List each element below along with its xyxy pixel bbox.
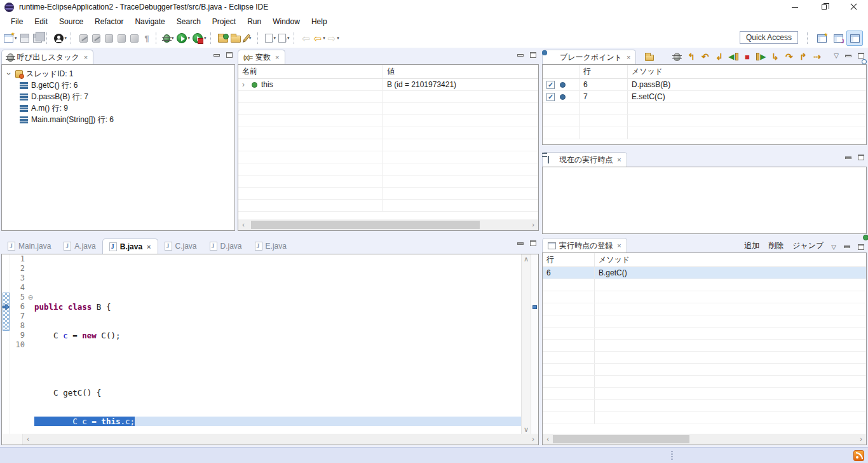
editor-vscrollbar[interactable]: ∧ ∨ [521,254,531,434]
folding-column[interactable]: ⊖ [27,254,34,434]
jump-button[interactable]: ジャンプ [792,240,824,251]
delete-button[interactable]: 削除 [768,240,783,251]
maximize-view-button[interactable] [530,52,536,58]
mark-occurrences-button[interactable] [102,31,115,46]
minimize-view-button[interactable] [214,54,220,57]
editor-tab-a-java[interactable]: A.java [57,238,102,254]
editor-tab-main-java[interactable]: Main.java [1,238,57,254]
stack-frame-item[interactable]: D.passB(B) 行: 7 [4,91,232,102]
close-icon[interactable]: × [617,242,621,249]
call-stack-tab[interactable]: 呼び出しスタック × [1,50,93,64]
minimize-view-button[interactable] [844,245,850,248]
run-to-line-button[interactable]: ⇢ [810,50,824,63]
overview-ruler[interactable] [531,254,538,434]
save-all-button[interactable] [31,31,44,46]
reverse-resume-button[interactable]: ◀ [726,50,740,63]
rss-feed-icon[interactable] [853,450,864,461]
status-grip-icon[interactable] [671,450,673,460]
breakpoint-checkbox[interactable]: ✓ [546,93,555,101]
restore-window-button[interactable] [810,0,839,14]
account-button[interactable]: ▾ [53,31,69,46]
step-over-button[interactable]: ↷ [782,50,796,63]
open-folder-button[interactable] [229,31,242,46]
quick-access-box[interactable]: Quick Access [740,31,798,44]
run-external-tools-button[interactable]: ▾ [191,31,208,46]
scroll-down-icon[interactable]: ∨ [521,425,531,434]
variable-row-this[interactable]: › this B (id = 2101973421) [238,79,538,91]
close-icon[interactable]: × [275,53,279,61]
editor-hscrollbar[interactable]: ‹ › [2,434,538,445]
new-wizard-button[interactable]: ▾ [3,31,18,46]
scroll-left-icon[interactable]: ‹ [23,434,33,445]
close-icon[interactable]: × [84,53,88,61]
java-perspective-button[interactable] [830,31,846,46]
run-button[interactable]: ▾ [175,31,192,46]
maximize-view-button[interactable] [858,155,864,160]
scroll-right-icon[interactable]: › [528,219,538,230]
back-button[interactable]: ⇦▾ [313,31,327,46]
scroll-left-icon[interactable]: ‹ [543,434,553,445]
close-icon[interactable]: × [147,243,151,251]
menu-window[interactable]: Window [267,15,306,28]
line-number-gutter[interactable]: 1 2 3 4 5 6 7 8 9 10 [10,254,27,434]
minimize-view-button[interactable] [517,54,524,57]
code-editor[interactable]: public class B { C c = new C(); C getC()… [34,254,521,434]
open-perspective-button[interactable] [813,31,830,46]
editor-tab-d-java[interactable]: D.java [203,238,248,254]
terminate-button[interactable]: ■ [740,50,754,63]
brush-button[interactable] [90,31,102,46]
view-menu-icon[interactable]: ▽ [831,244,836,251]
highlighter-button[interactable]: ▾ [242,31,255,46]
breakpoints-col-method[interactable]: メソッド [628,65,866,78]
open-task-button[interactable] [217,31,229,46]
registration-hscrollbar[interactable]: ‹ › [543,434,866,445]
stack-frame-item[interactable]: Main.main(String[]) 行: 6 [4,114,232,125]
debug-trace-button[interactable] [670,50,684,63]
view-menu-icon[interactable]: ▽ [834,52,839,59]
menu-run[interactable]: Run [241,15,267,28]
editor-tab-e-java[interactable]: E.java [248,238,293,254]
stack-frame-item[interactable]: A.m() 行: 9 [4,102,232,114]
open-breakpoint-file-button[interactable] [642,50,656,63]
editor-annotation-ruler[interactable] [2,254,10,434]
variables-col-value[interactable]: 値 [383,65,538,78]
editor-tab-c-java[interactable]: C.java [158,238,203,254]
last-edit-location-button[interactable]: ⇦ [300,31,313,46]
breakpoint-row[interactable]: ✓ 6 D.passB(B) [543,79,866,91]
show-whitespace-button[interactable]: ¶ [140,31,153,46]
registration-col-line[interactable]: 行 [543,253,595,266]
maximize-view-button[interactable] [226,52,233,58]
next-annotation-button[interactable]: ↓▾ [264,31,278,46]
chevron-down-icon[interactable]: › [4,71,13,77]
step-return-button[interactable]: ↱ [796,50,810,63]
forward-button[interactable]: ⇨▾ [327,31,341,46]
variables-col-name[interactable]: 名前 [238,65,383,78]
scroll-left-icon[interactable]: ‹ [238,219,248,230]
previous-annotation-button[interactable]: ↑▾ [277,31,291,46]
breakpoint-row[interactable]: ✓ 7 E.setC(C) [543,91,866,103]
fold-collapse-icon[interactable]: ⊖ [27,293,34,302]
registration-row[interactable]: 6 B.getC() [543,267,866,279]
minimize-view-button[interactable] [845,156,851,159]
menu-navigate[interactable]: Navigate [129,15,170,28]
maximize-view-button[interactable] [858,244,864,250]
step-back-over-button[interactable]: ↶ [698,50,712,63]
stack-frame-item[interactable]: B.getC() 行: 6 [4,79,232,91]
minimize-window-button[interactable] [780,0,810,14]
breakpoint-checkbox[interactable]: ✓ [546,81,555,89]
add-button[interactable]: 追加 [744,240,759,251]
breakpoint-types-button[interactable] [656,50,670,63]
scroll-right-icon[interactable]: › [856,434,866,445]
variables-tab[interactable]: (x)= 変数 × [238,50,285,64]
scroll-right-icon[interactable]: › [528,434,538,445]
close-window-button[interactable] [839,0,868,14]
maximize-view-button[interactable] [530,240,536,246]
menu-project[interactable]: Project [207,15,241,28]
breakpoints-tab[interactable]: ブレークポイント × [542,50,636,64]
close-icon[interactable]: × [617,156,621,163]
trace-tool-button[interactable] [77,31,90,46]
thread-tree-item[interactable]: › スレッドID: 1 [4,68,232,79]
menu-source[interactable]: Source [53,15,89,28]
step-back-return-button[interactable]: ↲ [712,50,726,63]
menu-file[interactable]: File [5,15,29,28]
